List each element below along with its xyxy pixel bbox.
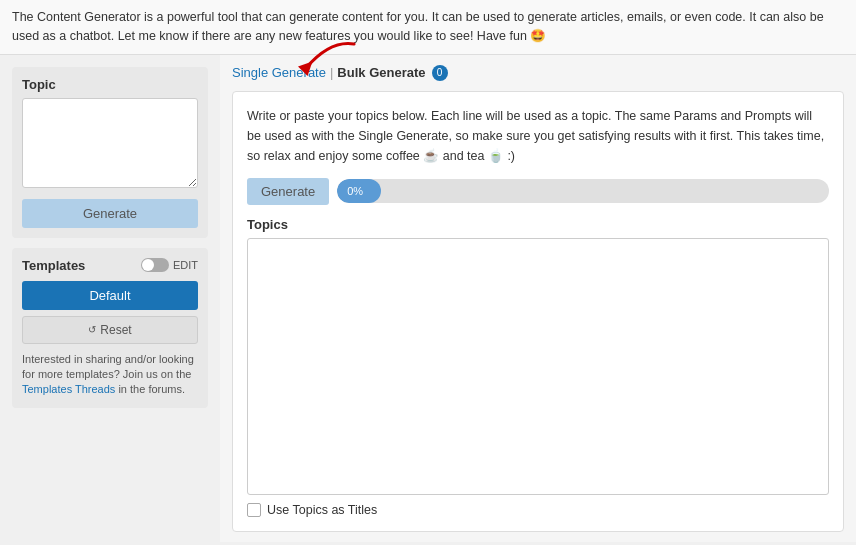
use-topics-label: Use Topics as Titles bbox=[267, 503, 377, 517]
templates-section: Templates EDIT Default ↺ Reset Intereste… bbox=[12, 248, 208, 408]
top-banner: The Content Generator is a powerful tool… bbox=[0, 0, 856, 55]
topic-textarea[interactable] bbox=[22, 98, 198, 188]
edit-toggle[interactable]: EDIT bbox=[141, 258, 198, 272]
content-area: Single Generate | Bulk Generate 0 Write … bbox=[220, 55, 856, 542]
topic-section: Topic Generate bbox=[12, 67, 208, 238]
sidebar-generate-button[interactable]: Generate bbox=[22, 199, 198, 228]
templates-header: Templates EDIT bbox=[22, 258, 198, 273]
red-arrow-decoration bbox=[282, 35, 362, 85]
use-topics-checkbox[interactable] bbox=[247, 503, 261, 517]
toggle-switch-icon[interactable] bbox=[141, 258, 169, 272]
bulk-generate-button[interactable]: Generate bbox=[247, 178, 329, 205]
reset-label: Reset bbox=[100, 323, 131, 337]
topics-label: Topics bbox=[247, 217, 829, 232]
default-template-button[interactable]: Default bbox=[22, 281, 198, 310]
sidebar: Topic Generate Templates EDIT Default ↺ … bbox=[0, 55, 220, 542]
templates-threads-link[interactable]: Templates Threads bbox=[22, 383, 115, 395]
edit-label: EDIT bbox=[173, 259, 198, 271]
bulk-card: Write or paste your topics below. Each l… bbox=[232, 91, 844, 532]
generate-row: Generate 0% bbox=[247, 178, 829, 205]
templates-title: Templates bbox=[22, 258, 85, 273]
topic-label: Topic bbox=[22, 77, 198, 92]
progress-text: 0% bbox=[347, 185, 363, 197]
progress-pill: 0% bbox=[337, 179, 381, 203]
banner-text: The Content Generator is a powerful tool… bbox=[12, 10, 824, 43]
svg-marker-0 bbox=[298, 61, 312, 75]
note-text: Interested in sharing and/or looking for… bbox=[22, 353, 194, 380]
note-suffix: in the forums. bbox=[115, 383, 185, 395]
reset-icon: ↺ bbox=[88, 324, 96, 335]
progress-bar: 0% bbox=[337, 179, 829, 203]
bulk-description: Write or paste your topics below. Each l… bbox=[247, 106, 829, 166]
reset-button[interactable]: ↺ Reset bbox=[22, 316, 198, 344]
tab-bar: Single Generate | Bulk Generate 0 bbox=[232, 65, 844, 81]
templates-note: Interested in sharing and/or looking for… bbox=[22, 352, 198, 398]
use-topics-row: Use Topics as Titles bbox=[247, 503, 829, 517]
topics-textarea[interactable] bbox=[247, 238, 829, 495]
tab-badge: 0 bbox=[432, 65, 448, 81]
